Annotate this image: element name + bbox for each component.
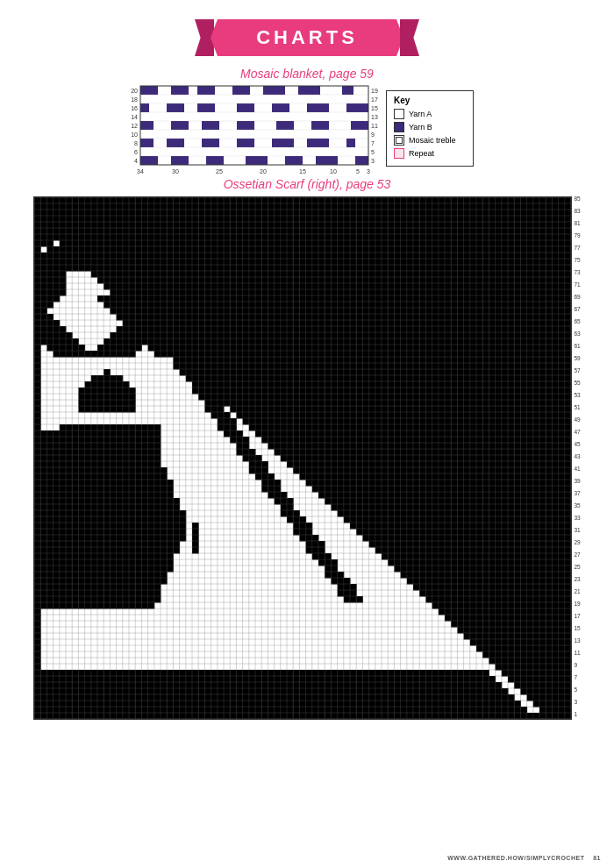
svg-rect-40: [294, 121, 311, 130]
svg-text:5: 5: [371, 149, 375, 155]
footer-url: WWW.GATHERED.HOW/SIMPLYCROCHET: [447, 855, 584, 861]
svg-rect-24: [250, 86, 263, 95]
svg-rect-52: [189, 156, 206, 165]
row-num-57: 57: [574, 368, 580, 374]
row-num-23: 23: [574, 577, 580, 583]
row-num-85: 85: [574, 196, 580, 203]
svg-rect-26: [320, 86, 342, 95]
svg-rect-51: [158, 156, 171, 165]
row-num-47: 47: [574, 430, 580, 436]
svg-rect-49: [355, 139, 368, 147]
footer-page: 81: [593, 855, 601, 861]
ossetian-title: Ossetian Scarf (right), page 53: [0, 177, 614, 191]
header-banner: CHARTS: [211, 19, 403, 56]
svg-rect-47: [294, 139, 307, 147]
svg-text:4: 4: [134, 158, 138, 164]
mosaic-grid-svg: 20 18 16 14 12 10 8 6 4 19 17 15 13 11 9…: [140, 86, 368, 165]
mosaic-chart-wrap: 20 18 16 14 12 10 8 6 4 19 17 15 13 11 9…: [140, 86, 368, 168]
svg-text:8: 8: [134, 140, 138, 146]
svg-text:10: 10: [131, 132, 138, 138]
key-item-yarn-a: Yarn A: [394, 109, 466, 119]
row-num-73: 73: [574, 270, 580, 276]
row-num-41: 41: [574, 466, 580, 473]
svg-text:10: 10: [330, 168, 337, 174]
svg-rect-56: [338, 156, 355, 165]
yarn-b-label: Yarn B: [409, 123, 432, 132]
svg-text:13: 13: [371, 114, 378, 120]
row-num-37: 37: [574, 491, 580, 497]
svg-rect-38: [219, 121, 237, 130]
yarn-a-label: Yarn A: [409, 110, 432, 118]
row-num-77: 77: [574, 245, 580, 252]
row-num-3: 3: [574, 700, 580, 706]
svg-rect-53: [224, 156, 246, 165]
row-num-21: 21: [574, 589, 580, 595]
svg-rect-55: [303, 156, 316, 165]
ossetian-grid-wrap: 8583817977757371696765636159575553514947…: [33, 196, 580, 720]
svg-rect-43: [154, 139, 167, 147]
row-num-83: 83: [574, 209, 580, 215]
row-num-65: 65: [574, 319, 580, 325]
repeat-swatch: [394, 148, 404, 159]
svg-rect-32: [254, 103, 272, 112]
row-num-69: 69: [574, 295, 580, 301]
row-numbers: 8583817977757371696765636159575553514947…: [574, 196, 580, 720]
svg-text:30: 30: [172, 168, 179, 174]
row-num-61: 61: [574, 344, 580, 350]
ossetian-chart-container: 8583817977757371696765636159575553514947…: [0, 196, 614, 720]
mosaic-title: Mosaic blanket, page 59: [0, 67, 614, 81]
svg-text:20: 20: [260, 168, 267, 174]
svg-rect-36: [154, 121, 171, 130]
svg-rect-50: [140, 156, 368, 165]
mosaic-key: Key Yarn A Yarn B Mosaic treble Repeat: [386, 90, 474, 167]
row-num-9: 9: [574, 663, 580, 669]
row-num-13: 13: [574, 638, 580, 644]
row-num-39: 39: [574, 479, 580, 485]
svg-rect-44: [184, 139, 202, 147]
svg-text:9: 9: [371, 132, 375, 138]
key-item-mosaic-t: Mosaic treble: [394, 135, 466, 146]
row-num-33: 33: [574, 516, 580, 522]
svg-rect-29: [149, 103, 167, 112]
svg-rect-46: [254, 139, 272, 147]
ossetian-canvas: [33, 196, 572, 720]
row-num-27: 27: [574, 552, 580, 559]
svg-text:7: 7: [371, 140, 375, 146]
svg-rect-22: [189, 86, 197, 95]
banner-title: CHARTS: [211, 19, 403, 56]
key-item-repeat: Repeat: [394, 148, 466, 159]
footer: WWW.GATHERED.HOW/SIMPLYCROCHET 81: [447, 855, 601, 861]
svg-text:20: 20: [131, 88, 138, 94]
yarn-b-swatch: [394, 122, 404, 132]
row-num-45: 45: [574, 442, 580, 448]
svg-text:15: 15: [371, 105, 378, 111]
svg-text:14: 14: [131, 114, 138, 120]
svg-rect-45: [219, 139, 237, 147]
svg-text:17: 17: [371, 96, 378, 103]
svg-text:3: 3: [371, 158, 375, 164]
svg-text:15: 15: [299, 168, 306, 174]
row-num-11: 11: [574, 651, 580, 657]
svg-rect-23: [215, 86, 232, 95]
repeat-label: Repeat: [409, 149, 434, 158]
svg-text:12: 12: [131, 123, 138, 129]
svg-rect-33: [289, 103, 307, 112]
row-num-5: 5: [574, 687, 580, 694]
row-num-67: 67: [574, 307, 580, 313]
row-num-75: 75: [574, 258, 580, 264]
svg-text:34: 34: [137, 168, 144, 174]
row-num-25: 25: [574, 565, 580, 571]
svg-text:25: 25: [216, 168, 223, 174]
mosaic-t-label: Mosaic treble: [409, 136, 456, 145]
header-banner-wrapper: CHARTS: [0, 11, 614, 56]
svg-rect-37: [189, 121, 202, 130]
row-num-55: 55: [574, 381, 580, 387]
row-num-1: 1: [574, 712, 580, 718]
row-num-31: 31: [574, 528, 580, 534]
svg-text:3: 3: [367, 168, 370, 174]
svg-text:19: 19: [371, 88, 378, 94]
svg-rect-48: [329, 139, 346, 147]
row-num-71: 71: [574, 282, 580, 288]
row-num-15: 15: [574, 626, 580, 632]
svg-text:16: 16: [131, 105, 138, 111]
